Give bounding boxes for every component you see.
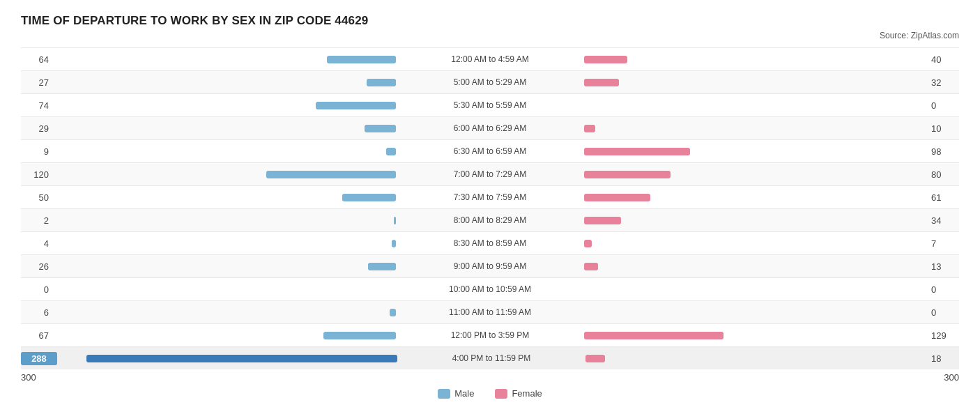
female-value: 34 [926, 215, 959, 226]
bar-male [316, 102, 396, 109]
chart-row: 745:30 AM to 5:59 AM0 [21, 93, 959, 116]
chart-row: 611:00 AM to 11:59 AM0 [21, 300, 959, 323]
female-value: 0 [926, 307, 959, 318]
bar-male [327, 56, 396, 63]
bar-female [584, 56, 627, 63]
male-value: 120 [21, 169, 54, 180]
bar-female [584, 148, 690, 155]
legend-female-label: Female [512, 388, 542, 399]
male-value: 64 [21, 54, 54, 65]
bar-male [342, 194, 397, 201]
chart-row: 269:00 AM to 9:59 AM13 [21, 254, 959, 277]
chart-row: 1207:00 AM to 7:29 AM80 [21, 162, 959, 185]
legend-female-swatch [495, 389, 507, 399]
bar-female [584, 79, 619, 86]
axis-right: 300 [944, 372, 959, 383]
male-value: 2 [21, 215, 54, 226]
female-value: 0 [926, 100, 959, 111]
female-value: 80 [926, 169, 959, 180]
legend-male-label: Male [454, 388, 474, 399]
bar-female [584, 332, 723, 339]
male-value: 9 [21, 146, 54, 157]
bar-male [386, 148, 396, 155]
chart-row: 275:00 AM to 5:29 AM32 [21, 70, 959, 93]
bar-male [365, 125, 396, 132]
female-value: 18 [926, 353, 959, 364]
male-value: 288 [21, 352, 57, 365]
bar-male [368, 263, 396, 270]
chart-row: 010:00 AM to 10:59 AM0 [21, 277, 959, 300]
male-value: 26 [21, 261, 54, 272]
bar-male [392, 240, 396, 247]
bar-female [584, 125, 595, 132]
legend-female: Female [495, 388, 542, 399]
chart-row: 48:30 AM to 8:59 AM7 [21, 231, 959, 254]
male-value: 50 [21, 192, 54, 203]
female-value: 13 [926, 261, 959, 272]
bar-female [584, 171, 671, 178]
female-value: 7 [926, 238, 959, 249]
female-value: 10 [926, 123, 959, 134]
chart-row: 28:00 AM to 8:29 AM34 [21, 208, 959, 231]
bar-female [584, 217, 621, 224]
bar-male [390, 309, 396, 316]
female-value: 40 [926, 54, 959, 65]
chart-row: 507:30 AM to 7:59 AM61 [21, 185, 959, 208]
male-value: 74 [21, 100, 54, 111]
source-label: Source: ZipAtlas.com [21, 31, 959, 40]
bar-female [584, 240, 592, 247]
bar-female [584, 263, 598, 270]
chart-row: 96:30 AM to 6:59 AM98 [21, 139, 959, 162]
chart-row: 6712:00 PM to 3:59 PM129 [21, 323, 959, 346]
chart-title: TIME OF DEPARTURE TO WORK BY SEX IN ZIP … [21, 14, 959, 28]
female-value: 129 [926, 330, 959, 341]
bar-female [585, 355, 605, 362]
bar-male [323, 332, 396, 339]
female-value: 98 [926, 146, 959, 157]
legend: Male Female [21, 388, 959, 399]
chart-area: 6412:00 AM to 4:59 AM40275:00 AM to 5:29… [21, 47, 959, 369]
bar-male [367, 79, 396, 86]
male-value: 6 [21, 307, 54, 318]
bar-male [394, 217, 396, 224]
legend-male: Male [438, 388, 474, 399]
axis-left: 300 [21, 372, 36, 383]
male-value: 4 [21, 238, 54, 249]
bar-female [584, 194, 650, 201]
chart-row: 6412:00 AM to 4:59 AM40 [21, 47, 959, 70]
bar-male [86, 355, 397, 362]
axis-labels: 300 300 [21, 372, 959, 383]
male-value: 27 [21, 77, 54, 88]
female-value: 0 [926, 284, 959, 295]
male-value: 0 [21, 284, 54, 295]
female-value: 61 [926, 192, 959, 203]
chart-row: 296:00 AM to 6:29 AM10 [21, 116, 959, 139]
male-value: 29 [21, 123, 54, 134]
chart-row: 2884:00 PM to 11:59 PM18 [21, 346, 959, 369]
bar-male [266, 171, 396, 178]
male-value: 67 [21, 330, 54, 341]
legend-male-swatch [438, 389, 450, 399]
female-value: 32 [926, 77, 959, 88]
